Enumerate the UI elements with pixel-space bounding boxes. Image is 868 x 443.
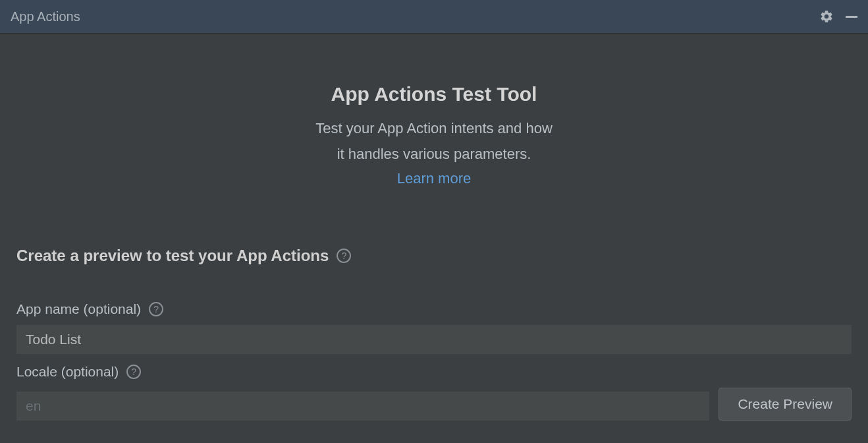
subtitle-line1: Test your App Action intents and how <box>13 119 855 139</box>
header-section: App Actions Test Tool Test your App Acti… <box>0 34 868 247</box>
help-icon[interactable]: ? <box>149 302 163 316</box>
minimize-icon[interactable] <box>846 16 857 18</box>
learn-more-link[interactable]: Learn more <box>397 170 472 187</box>
locale-column <box>16 392 709 421</box>
form-section: Create a preview to test your App Action… <box>0 247 868 421</box>
titlebar-title: App Actions <box>11 9 80 24</box>
gear-icon[interactable] <box>819 9 834 24</box>
locale-label: Locale (optional) <box>16 364 119 380</box>
help-icon[interactable]: ? <box>337 249 351 263</box>
subtitle-line2: it handles various parameters. <box>13 144 855 165</box>
locale-label-row: Locale (optional) ? <box>16 364 852 380</box>
app-name-label: App name (optional) <box>16 301 141 317</box>
main-content: App Actions Test Tool Test your App Acti… <box>0 34 868 421</box>
create-preview-button[interactable]: Create Preview <box>719 388 852 421</box>
bottom-row: Create Preview <box>16 388 852 421</box>
app-name-input[interactable] <box>16 325 852 354</box>
app-name-label-row: App name (optional) ? <box>16 301 852 317</box>
main-title: App Actions Test Tool <box>13 83 855 105</box>
app-name-field-row: App name (optional) ? <box>16 301 852 354</box>
section-heading-row: Create a preview to test your App Action… <box>16 247 852 265</box>
titlebar: App Actions <box>0 0 868 34</box>
section-heading: Create a preview to test your App Action… <box>16 247 329 265</box>
help-icon[interactable]: ? <box>126 365 141 379</box>
titlebar-actions <box>819 9 857 24</box>
locale-input[interactable] <box>16 392 709 421</box>
